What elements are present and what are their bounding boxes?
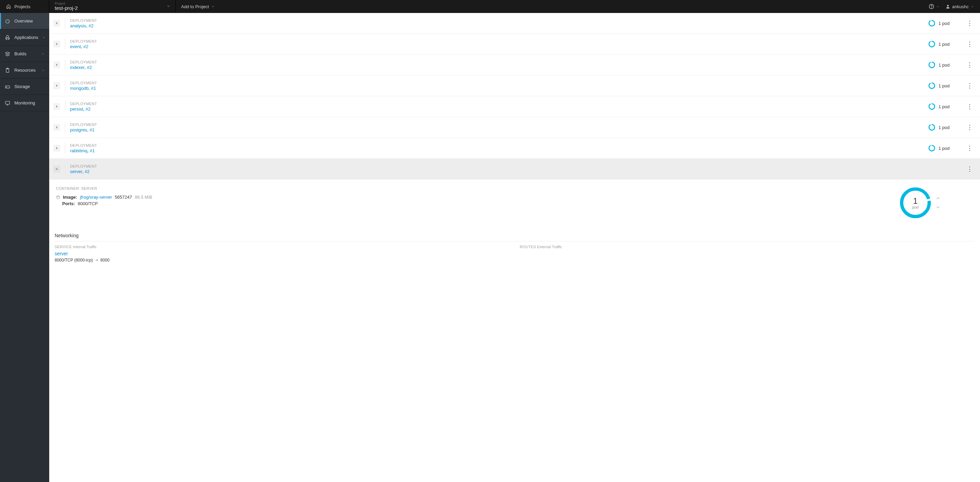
help-menu[interactable] [929, 4, 939, 9]
user-icon [945, 4, 950, 9]
pod-count-label: 1 pod [938, 42, 950, 47]
image-hash: 5657247 [115, 195, 132, 200]
home-icon [6, 4, 11, 9]
overview-content: DEPLOYMENTanalysis, #21 pod⋮DEPLOYMENTev… [49, 13, 980, 482]
actions-menu[interactable]: ⋮ [967, 82, 972, 89]
deployment-name-link[interactable]: indexer [70, 65, 84, 70]
deployment-version-link[interactable]: #2 [83, 44, 88, 49]
image-icon [56, 195, 60, 199]
networking-section: Networking SERVICE Internal Traffic serv… [55, 233, 975, 273]
pod-count: 1 [913, 196, 918, 206]
deployment-version-link[interactable]: #2 [86, 106, 91, 112]
add-to-project-menu[interactable]: Add to Project [176, 0, 220, 13]
svg-point-18 [929, 104, 935, 109]
expand-toggle[interactable] [53, 82, 60, 89]
expand-toggle[interactable] [53, 20, 60, 27]
svg-point-16 [929, 83, 935, 89]
scale-down-button[interactable] [935, 205, 941, 210]
scale-up-button[interactable] [935, 196, 941, 201]
pod-ring-icon [928, 61, 935, 69]
deployment-name-link[interactable]: event [70, 44, 81, 49]
svg-point-7 [6, 87, 6, 87]
add-to-project-label: Add to Project [181, 4, 209, 9]
actions-menu[interactable]: ⋮ [967, 61, 972, 69]
cubes-icon [5, 35, 10, 40]
expand-toggle[interactable] [53, 166, 60, 172]
arrow-right-icon [94, 258, 99, 262]
deployment-version-link[interactable]: #1 [89, 127, 94, 132]
resource-type-label: DEPLOYMENT [70, 122, 97, 127]
pod-indicator: 1 pod [928, 19, 950, 27]
actions-menu[interactable]: ⋮ [967, 19, 972, 27]
chevron-down-icon [211, 5, 215, 8]
chevron-right-icon [42, 36, 45, 39]
svg-point-23 [57, 196, 59, 197]
deployment-name-link[interactable]: rabbitmq [70, 148, 88, 153]
expand-toggle[interactable] [53, 145, 60, 152]
expand-toggle[interactable] [53, 124, 60, 131]
pod-ring-icon [928, 124, 935, 131]
deployment-row: DEPLOYMENTmongodb, #11 pod⋮ [49, 75, 980, 96]
deployment-version-link[interactable]: #2 [87, 65, 92, 70]
expand-toggle[interactable] [53, 62, 60, 68]
actions-menu[interactable]: ⋮ [967, 124, 972, 131]
pod-ring-icon [928, 144, 935, 152]
expand-toggle[interactable] [53, 103, 60, 110]
user-menu[interactable]: ankushc [945, 4, 974, 9]
sidebar-item-label: Storage [14, 84, 30, 89]
resource-type-label: DEPLOYMENT [70, 59, 97, 65]
service-subheading: Internal Traffic [73, 245, 97, 249]
chevron-down-icon [166, 4, 170, 8]
sidebar-item-resources[interactable]: Resources [0, 62, 49, 79]
deployment-version-link[interactable]: #1 [91, 86, 95, 91]
deployment-name-link[interactable]: persist [70, 106, 83, 112]
sidebar-item-overview[interactable]: Overview [0, 13, 49, 29]
top-nav: Projects Project test-proj-2 Add to Proj… [0, 0, 980, 13]
service-name-link[interactable]: server [55, 251, 509, 256]
deployment-name-link[interactable]: server [70, 169, 82, 174]
sidebar-nav: OverviewApplicationsBuildsResourcesStora… [0, 13, 49, 482]
pod-unit: pod [912, 205, 918, 209]
project-selector[interactable]: Project test-proj-2 [49, 0, 176, 13]
deployment-version-link[interactable]: #2 [85, 169, 89, 174]
container-heading: CONTAINER: SERVER [56, 186, 865, 190]
pod-indicator: 1 pod [928, 61, 950, 69]
sidebar-item-storage[interactable]: Storage [0, 79, 49, 95]
expand-toggle[interactable] [53, 41, 60, 48]
pod-indicator: 1 pod [928, 82, 950, 89]
deployment-version-link[interactable]: #1 [90, 148, 95, 153]
deployment-name-link[interactable]: analysis [70, 23, 86, 29]
image-name-link[interactable]: jfrog/xray-server [80, 195, 112, 200]
ports-value: 8000/TCP [78, 201, 98, 206]
routes-heading: ROUTES [520, 245, 536, 249]
username-label: ankushc [952, 4, 969, 9]
resource-type-label: DEPLOYMENT [70, 18, 97, 23]
deployment-row: DEPLOYMENTpersist, #21 pod⋮ [49, 96, 980, 117]
sidebar-item-builds[interactable]: Builds [0, 46, 49, 62]
pod-count-label: 1 pod [938, 146, 950, 151]
networking-heading: Networking [55, 233, 975, 241]
pod-count-label: 1 pod [938, 62, 950, 68]
sidebar-item-label: Builds [14, 51, 26, 56]
svg-point-12 [929, 41, 935, 47]
deployment-version-link[interactable]: #2 [89, 23, 93, 29]
actions-menu[interactable]: ⋮ [967, 103, 972, 110]
deployment-name-link[interactable]: postgres [70, 127, 87, 132]
actions-menu[interactable]: ⋮ [967, 40, 972, 48]
deployment-row: DEPLOYMENTserver, #2⋮ [49, 159, 980, 179]
actions-menu[interactable]: ⋮ [967, 165, 972, 173]
pod-ring[interactable]: 1 pod [899, 186, 932, 219]
deployment-row: DEPLOYMENTindexer, #21 pod⋮ [49, 55, 980, 75]
stack-icon [5, 51, 10, 57]
service-heading: SERVICE [55, 245, 72, 249]
deployment-name-link[interactable]: mongodb [70, 86, 89, 91]
deployment-row: DEPLOYMENTanalysis, #21 pod⋮ [49, 13, 980, 34]
pod-count-label: 1 pod [938, 83, 950, 89]
actions-menu[interactable]: ⋮ [967, 144, 972, 152]
resource-type-label: DEPLOYMENT [70, 38, 97, 44]
pod-indicator: 1 pod [928, 124, 950, 131]
sidebar-item-applications[interactable]: Applications [0, 29, 49, 46]
clipboard-icon [5, 68, 10, 73]
sidebar-item-monitoring[interactable]: Monitoring [0, 95, 49, 111]
projects-home-link[interactable]: Projects [0, 0, 49, 13]
